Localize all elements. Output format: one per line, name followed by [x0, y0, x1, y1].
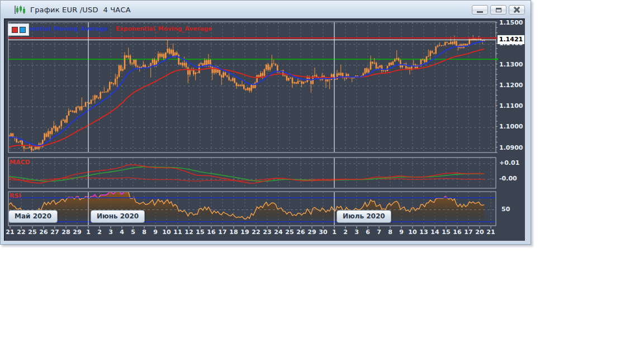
current-price-badge: 1.1421: [498, 35, 524, 44]
chart-window: График EUR /USD 4 ЧАСА Exponential_Movin…: [0, 0, 531, 245]
rsi-label: RSI: [10, 192, 21, 199]
window-controls: [472, 5, 525, 15]
candlestick-chart-icon: [14, 5, 26, 15]
price-axis-label: 1.1300: [499, 61, 523, 68]
month-label[interactable]: Май 2020: [8, 210, 58, 223]
price-axis-label: 1.1000: [499, 123, 523, 130]
ema-fast-color-swatch: [20, 27, 26, 33]
date-axis-label: 21: [484, 228, 498, 236]
price-axis-label: 1.0900: [499, 144, 523, 151]
ema-slow-legend-label: Exponential_Moving_Average: [116, 25, 212, 32]
price-axis-label: 1.1200: [499, 82, 523, 89]
macd-label: MACD: [10, 159, 30, 166]
minimize-button[interactable]: [472, 5, 488, 15]
minimize-icon: [477, 11, 483, 13]
month-label[interactable]: Июль 2020: [337, 210, 391, 223]
indicator-legend: Exponential_Moving_Average Exponential_M…: [12, 25, 212, 32]
close-button[interactable]: [509, 5, 525, 15]
title-bar[interactable]: График EUR /USD 4 ЧАСА: [1, 1, 531, 18]
rsi-axis-label: 50: [501, 206, 510, 213]
legend-color-chip[interactable]: [8, 23, 29, 36]
macd-axis-label: +0.01: [499, 159, 519, 166]
window-title: График EUR /USD 4 ЧАСА: [30, 6, 131, 14]
chart-client-area[interactable]: [4, 18, 525, 241]
maximize-button[interactable]: [490, 5, 506, 15]
macd-axis-label: -0.00: [499, 175, 517, 182]
close-icon: [514, 7, 520, 13]
price-axis-label: 1.1100: [499, 102, 523, 109]
maximize-icon: [496, 8, 501, 12]
ema-slow-color-swatch: [12, 27, 18, 33]
price-axis-label: 1.1500: [499, 19, 523, 26]
month-label[interactable]: Июнь 2020: [91, 210, 145, 223]
